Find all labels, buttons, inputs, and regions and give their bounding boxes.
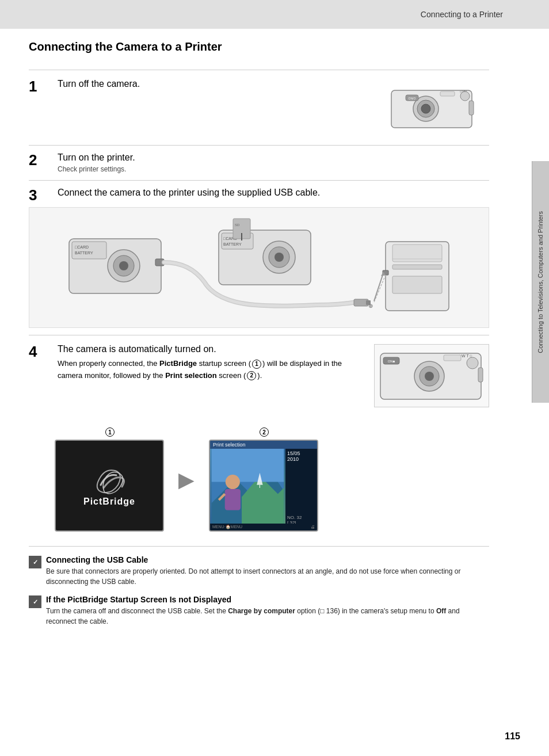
step-3-number: 3 [29, 188, 52, 203]
step-2-sub-text: Check printer settings. [58, 165, 489, 173]
step-1-camera-svg: ON/O ☆W [374, 79, 489, 136]
note-2-icon-symbol: ✓ [33, 598, 38, 606]
note-2-icon: ✓ [29, 595, 41, 608]
screen-2-circle: 2 [260, 427, 269, 437]
svg-rect-46 [478, 368, 483, 382]
pictbridge-screen: PictBridge [55, 440, 164, 532]
screen-2-label-row: 2 [258, 427, 269, 437]
svg-text:BATTERY: BATTERY [223, 242, 242, 246]
note-1-text: Be sure that connectors are properly ori… [46, 566, 489, 587]
note-2-p2: option ( [295, 607, 320, 615]
note-1-title: Connecting the USB Cable [46, 555, 489, 564]
svg-rect-34 [392, 245, 442, 262]
step-2-main-text: Turn on the printer. [58, 152, 489, 163]
side-tab-text: Connecting to Televisions, Computers and… [536, 211, 545, 353]
print-sel-date: 15/05 2010 [287, 450, 315, 462]
step-4-description: When properly connected, the PictBridge … [58, 358, 363, 382]
menu-label: MENU·🏠MENU [212, 525, 242, 529]
note-1: ✓ Connecting the USB Cable Be sure that … [29, 555, 489, 587]
screen-1-label-row: 1 [104, 427, 115, 437]
print-sel-photo-svg [210, 449, 285, 527]
page-title: Connecting the Camera to a Printer [29, 40, 489, 58]
step-4-desc-p5: ). [257, 371, 262, 380]
svg-rect-50 [212, 449, 284, 482]
svg-text:ON■: ON■ [388, 360, 395, 363]
svg-text:BATTERY: BATTERY [75, 251, 93, 255]
svg-rect-45 [444, 355, 461, 361]
step-4-desc-p2: startup screen ( [197, 359, 251, 368]
circle-2: 2 [247, 371, 256, 380]
note-1-icon-symbol: ✓ [33, 559, 38, 566]
svg-rect-9 [469, 101, 474, 115]
svg-text:SD: SD [235, 223, 240, 227]
note-2-ref: □ 136 [320, 607, 338, 615]
step-3: 3 Connect the camera to the printer usin… [29, 180, 489, 335]
print-sel-sidebar: 15/05 2010 NO. 32 [ 32] [285, 449, 317, 527]
note-2-content: If the PictBridge Startup Screen Is not … [46, 595, 489, 627]
step-4-text-area: The camera is automatically turned on. W… [58, 344, 363, 382]
step-2-content: Turn on the printer. Check printer setti… [58, 152, 489, 173]
step-2-number: 2 [29, 152, 52, 167]
pictbridge-text: PictBridge [83, 497, 135, 507]
note-2: ✓ If the PictBridge Startup Screen Is no… [29, 595, 489, 627]
page-number: 115 [505, 731, 520, 742]
step-3-header: 3 Connect the camera to the printer usin… [29, 188, 489, 203]
print-icon: 🖨 [311, 525, 315, 529]
notes-section: ✓ Connecting the USB Cable Be sure that … [29, 546, 489, 627]
note-1-content: Connecting the USB Cable Be sure that co… [46, 555, 489, 587]
step-4-desc-p1: When properly connected, the [58, 359, 159, 368]
step-4-number: 4 [29, 344, 52, 359]
svg-rect-31 [392, 265, 442, 269]
note-2-p1: Turn the camera off and disconnect the U… [46, 607, 228, 615]
step-1-text: Turn off the camera. [58, 79, 374, 89]
date-line2: 2010 [287, 456, 315, 462]
svg-text:ON/O: ON/O [409, 97, 416, 100]
screen-1-wrapper: 1 PictBridge [55, 427, 164, 532]
svg-point-16 [119, 261, 128, 270]
print-sel-header: Print selection [210, 441, 317, 449]
svg-rect-11 [72, 242, 106, 259]
step-4: 4 The camera is automatically turned on.… [29, 335, 489, 540]
svg-point-3 [421, 104, 430, 113]
main-content: Connecting the Camera to a Printer 1 Tur… [0, 29, 529, 652]
print-sel-bottom: MENU·🏠MENU 🖨 [210, 524, 317, 530]
page-header: Connecting to a Printer [0, 0, 549, 29]
svg-rect-8 [440, 91, 455, 96]
svg-point-53 [226, 475, 240, 489]
step-4-top: 4 The camera is automatically turned on.… [29, 344, 489, 407]
note-2-text: Turn the camera off and disconnect the U… [46, 606, 489, 627]
screen-1-circle: 1 [105, 427, 115, 437]
step-1-image: ON/O ☆W [374, 79, 489, 136]
circle-1: 1 [252, 360, 261, 369]
svg-rect-33 [392, 276, 442, 293]
step-4-screens: 1 PictBridge ▶ [55, 427, 318, 532]
note-1-icon: ✓ [29, 556, 41, 568]
usb-cable-svg: □CARD BATTERY □CARD BATTERY SD [63, 207, 455, 328]
no-line1: NO. 32 [287, 515, 315, 520]
step-4-bold-2: Print selection [165, 371, 217, 380]
step-4-camera-image: ON■ ☆W T☆ [374, 344, 489, 407]
note-2-title: If the PictBridge Startup Screen Is not … [46, 595, 489, 604]
svg-text:⊕: ⊕ [368, 303, 373, 309]
side-tab: Connecting to Televisions, Computers and… [532, 161, 549, 403]
step-4-bold-1: PictBridge [159, 359, 197, 368]
svg-rect-54 [225, 489, 241, 510]
print-sel-image [210, 449, 285, 527]
note-2-p3: ) in the camera's setup menu to [338, 607, 436, 615]
step-2: 2 Turn on the printer. Check printer set… [29, 145, 489, 180]
step-4-desc-p4: screen ( [217, 371, 246, 380]
print-sel-body: 15/05 2010 NO. 32 [ 32] [210, 449, 317, 527]
screen-arrow: ▶ [178, 468, 195, 492]
svg-point-7 [460, 91, 470, 101]
screen-2-wrapper: 2 Print selection [209, 427, 318, 532]
step-1-content: Turn off the camera. [58, 79, 374, 91]
step-1: 1 Turn off the camera. ON/O ☆W [29, 70, 489, 145]
step-3-text: Connect the camera to the printer using … [58, 188, 320, 198]
step-4-main: The camera is automatically turned on. [58, 344, 363, 354]
step-1-number: 1 [29, 79, 52, 94]
date-line1: 15/05 [287, 450, 315, 456]
step4-camera-svg: ON■ ☆W T☆ [375, 345, 490, 408]
svg-point-26 [274, 253, 284, 262]
note-2-bold2: Off [436, 607, 446, 615]
svg-point-40 [425, 372, 434, 381]
